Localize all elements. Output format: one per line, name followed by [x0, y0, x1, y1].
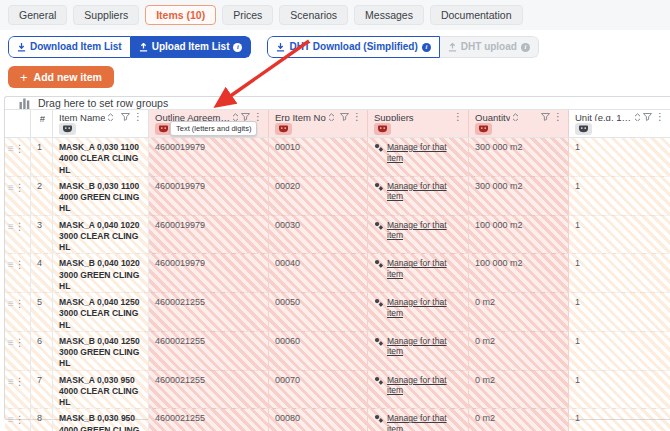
outline-agreement-cell[interactable]: 4600019979	[149, 177, 269, 216]
item-name-cell[interactable]: MASK_B 0,030 950 4000 GREEN CLING HL	[53, 409, 149, 431]
tab-general[interactable]: General	[8, 5, 67, 26]
sort-icon[interactable]	[107, 113, 114, 121]
drag-handle-icon[interactable]: ≡	[8, 222, 14, 232]
manage-for-item-link[interactable]: Manage for that item	[387, 336, 464, 357]
drag-handle-icon[interactable]: ≡	[8, 144, 14, 154]
erp-item-no-cell[interactable]: 00070	[269, 371, 368, 410]
sort-icon[interactable]	[512, 113, 519, 121]
unit-cell[interactable]: 1	[569, 177, 670, 216]
item-name-cell[interactable]: MASK_A 0,040 1250 3000 CLEAR CLING HL	[53, 293, 149, 332]
filter-icon[interactable]	[541, 113, 550, 121]
outline-agreement-cell[interactable]: 4600021255	[149, 371, 269, 410]
manage-for-item-link[interactable]: Manage for that item	[387, 297, 464, 318]
outline-agreement-cell[interactable]: 4600021255	[149, 409, 269, 431]
unit-cell[interactable]: 1	[569, 216, 670, 255]
item-name-cell[interactable]: MASK_A 0,040 1020 3000 CLEAR CLING HL	[53, 216, 149, 255]
erp-item-no-cell[interactable]: 00060	[269, 332, 368, 371]
column-menu-icon[interactable]: ⋮	[132, 113, 144, 121]
erp-item-no-cell[interactable]: 00080	[269, 409, 368, 431]
row-groups-panel[interactable]: Drag here to set row groups	[5, 97, 670, 110]
column-menu-icon[interactable]: ⋮	[452, 113, 464, 121]
outline-agreement-cell[interactable]: 4600019979	[149, 138, 269, 177]
drag-handle-icon[interactable]: ≡	[8, 415, 14, 425]
quantity-cell[interactable]: 300 000 m2	[469, 138, 569, 177]
header-suppliers[interactable]: Suppliers ⋮	[368, 110, 469, 137]
outline-agreement-cell[interactable]: 4600019979	[149, 254, 269, 293]
sort-icon[interactable]	[634, 113, 641, 121]
dht-download-button[interactable]: DHT Download (Simplified) i	[267, 36, 439, 58]
item-name-cell[interactable]: MASK_B 0,040 1250 3000 GREEN CLING HL	[53, 332, 149, 371]
upload-item-list-button[interactable]: Upload Item List i	[131, 36, 252, 58]
tab-messages[interactable]: Messages	[354, 5, 424, 26]
row-menu-icon[interactable]: ⋮	[15, 144, 25, 154]
quantity-cell[interactable]: 0 m2	[469, 409, 569, 431]
quantity-cell[interactable]: 100 000 m2	[469, 216, 569, 255]
erp-item-no-cell[interactable]: 00020	[269, 177, 368, 216]
filter-icon[interactable]	[340, 113, 349, 121]
erp-item-no-cell[interactable]: 00050	[269, 293, 368, 332]
tab-items[interactable]: Items (10)	[145, 5, 216, 26]
row-menu-icon[interactable]: ⋮	[15, 415, 25, 425]
unit-cell[interactable]: 1	[569, 371, 670, 410]
header-unit[interactable]: Unit (e.g. 1/4/... ⋮	[569, 110, 670, 137]
manage-for-item-link[interactable]: Manage for that item	[387, 142, 464, 163]
outline-agreement-cell[interactable]: 4600019979	[149, 216, 269, 255]
manage-for-item-link[interactable]: Manage for that item	[387, 413, 464, 431]
filter-icon[interactable]	[643, 113, 652, 121]
sort-icon[interactable]	[328, 113, 335, 121]
item-name-cell[interactable]: MASK_A 0,030 1100 4000 CLEAR CLING HL	[53, 138, 149, 177]
quantity-cell[interactable]: 0 m2	[469, 293, 569, 332]
erp-item-no-cell[interactable]: 00010	[269, 138, 368, 177]
row-menu-icon[interactable]: ⋮	[15, 222, 25, 232]
column-menu-icon[interactable]: ⋮	[552, 113, 564, 121]
column-menu-icon[interactable]: ⋮	[252, 113, 264, 121]
manage-for-item-link[interactable]: Manage for that item	[387, 375, 464, 396]
filter-icon[interactable]	[241, 113, 250, 121]
tab-suppliers[interactable]: Suppliers	[73, 5, 139, 26]
column-menu-icon[interactable]: ⋮	[351, 113, 363, 121]
erp-item-no-cell[interactable]: 00030	[269, 216, 368, 255]
row-menu-icon[interactable]: ⋮	[15, 299, 25, 309]
unit-cell[interactable]: 1	[569, 138, 670, 177]
header-item-name[interactable]: Item Name ⋮	[53, 110, 149, 137]
tab-scenarios[interactable]: Scenarios	[279, 5, 348, 26]
row-menu-icon[interactable]: ⋮	[15, 183, 25, 193]
header-erp-item-no[interactable]: Erp Item No ⋮	[269, 110, 368, 137]
unit-cell[interactable]: 1	[569, 332, 670, 371]
outline-agreement-cell[interactable]: 4600021255	[149, 293, 269, 332]
info-icon[interactable]: i	[233, 43, 242, 52]
unit-cell[interactable]: 1	[569, 293, 670, 332]
item-name-cell[interactable]: MASK_B 0,040 1020 3000 GREEN CLING HL	[53, 254, 149, 293]
item-name-cell[interactable]: MASK_B 0,030 1100 4000 GREEN CLING HL	[53, 177, 149, 216]
quantity-cell[interactable]: 0 m2	[469, 332, 569, 371]
manage-for-item-link[interactable]: Manage for that item	[387, 181, 464, 202]
unit-cell[interactable]: 1	[569, 254, 670, 293]
drag-handle-icon[interactable]: ≡	[8, 260, 14, 270]
info-icon[interactable]: i	[422, 43, 431, 52]
quantity-cell[interactable]: 0 m2	[469, 371, 569, 410]
erp-item-no-cell[interactable]: 00040	[269, 254, 368, 293]
row-menu-icon[interactable]: ⋮	[15, 338, 25, 348]
quantity-cell[interactable]: 100 000 m2	[469, 254, 569, 293]
drag-handle-icon[interactable]: ≡	[8, 183, 14, 193]
drag-handle-icon[interactable]: ≡	[8, 338, 14, 348]
add-new-item-button[interactable]: + Add new item	[8, 66, 114, 88]
item-name-cell[interactable]: MASK_A 0,030 950 4000 CLEAR CLING HL	[53, 371, 149, 410]
tab-prices[interactable]: Prices	[222, 5, 273, 26]
download-item-list-button[interactable]: Download Item List	[8, 36, 131, 58]
unit-cell[interactable]: 1	[569, 409, 670, 431]
quantity-cell[interactable]: 300 000 m2	[469, 177, 569, 216]
row-menu-icon[interactable]: ⋮	[15, 377, 25, 387]
drag-handle-icon[interactable]: ≡	[8, 377, 14, 387]
row-menu-icon[interactable]: ⋮	[15, 260, 25, 270]
drag-handle-icon[interactable]: ≡	[8, 299, 14, 309]
manage-for-item-link[interactable]: Manage for that item	[387, 220, 464, 241]
column-menu-icon[interactable]: ⋮	[654, 113, 666, 121]
manage-for-item-link[interactable]: Manage for that item	[387, 258, 464, 279]
outline-agreement-cell[interactable]: 4600021255	[149, 332, 269, 371]
dht-upload-button[interactable]: DHT upload i	[440, 36, 539, 58]
tab-documentation[interactable]: Documentation	[430, 5, 523, 26]
sort-icon[interactable]	[232, 113, 239, 121]
header-quantity[interactable]: Quantity ⋮	[469, 110, 569, 137]
filter-icon[interactable]	[121, 113, 130, 121]
